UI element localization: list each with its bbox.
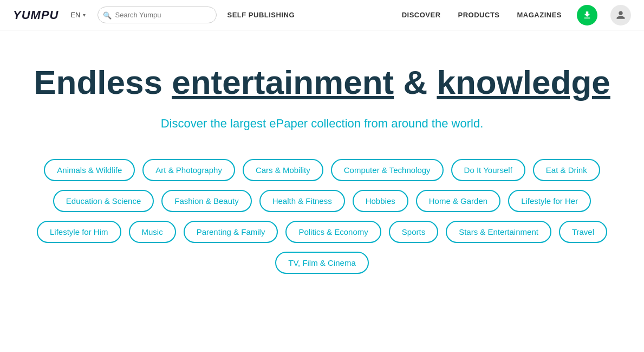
category-row-3: TV, Film & Cinema [275, 252, 368, 274]
user-account-button[interactable] [610, 5, 631, 25]
search-container: 🔍 [97, 7, 217, 23]
category-pill[interactable]: Lifestyle for Her [508, 190, 591, 212]
lang-label: EN [70, 11, 80, 19]
chevron-down-icon: ▾ [83, 12, 86, 18]
category-pill[interactable]: Fashion & Beauty [161, 190, 251, 212]
hero-entertainment-link[interactable]: entertainment [172, 63, 394, 101]
nav-right: DISCOVER PRODUCTS MAGAZINES [400, 5, 631, 25]
category-pill[interactable]: Cars & Mobility [243, 159, 323, 181]
category-pill[interactable]: Computer & Technology [331, 159, 444, 181]
products-link[interactable]: PRODUCTS [456, 9, 502, 21]
category-pill[interactable]: Home & Garden [416, 190, 500, 212]
category-pill[interactable]: Animals & Wildlife [44, 159, 135, 181]
category-pill[interactable]: Education & Science [53, 190, 154, 212]
category-pill[interactable]: Eat & Drink [533, 159, 600, 181]
category-row-2: Lifestyle for HimMusicParenting & Family… [37, 221, 607, 243]
search-input[interactable] [97, 7, 217, 23]
categories-container: Animals & WildlifeArt & PhotographyCars … [24, 159, 620, 274]
category-pill[interactable]: Sports [389, 221, 438, 243]
upload-button[interactable] [577, 5, 597, 25]
magazines-link[interactable]: MAGAZINES [515, 9, 564, 21]
upload-icon [582, 10, 592, 20]
category-pill[interactable]: Music [129, 221, 176, 243]
category-pill[interactable]: Lifestyle for Him [37, 221, 121, 243]
discover-link[interactable]: DISCOVER [400, 9, 443, 21]
category-pill[interactable]: Art & Photography [142, 159, 235, 181]
language-selector[interactable]: EN ▾ [67, 9, 88, 21]
category-pill[interactable]: Do It Yourself [451, 159, 525, 181]
hero-title: Endless entertainment & knowledge [34, 63, 610, 101]
site-logo[interactable]: YUMPU [13, 8, 58, 22]
category-pill[interactable]: TV, Film & Cinema [275, 252, 368, 274]
hero-title-prefix: Endless [34, 63, 172, 101]
category-pill[interactable]: Parenting & Family [184, 221, 278, 243]
category-pill[interactable]: Stars & Entertainment [446, 221, 551, 243]
self-publishing-link[interactable]: SELF PUBLISHING [225, 9, 297, 21]
hero-subtitle: Discover the largest ePaper collection f… [161, 117, 484, 131]
hero-knowledge-link[interactable]: knowledge [437, 63, 610, 101]
main-content: Endless entertainment & knowledge Discov… [0, 30, 644, 296]
category-pill[interactable]: Hobbies [353, 190, 408, 212]
category-row-1: Education & ScienceFashion & BeautyHealt… [53, 190, 591, 212]
search-icon: 🔍 [103, 11, 112, 19]
user-icon [616, 10, 626, 20]
hero-title-mid: & [394, 63, 437, 101]
category-pill[interactable]: Health & Fitness [259, 190, 345, 212]
category-pill[interactable]: Politics & Economy [285, 221, 381, 243]
category-row-0: Animals & WildlifeArt & PhotographyCars … [44, 159, 600, 181]
category-pill[interactable]: Travel [559, 221, 607, 243]
site-header: YUMPU EN ▾ 🔍 SELF PUBLISHING DISCOVER PR… [0, 0, 644, 30]
